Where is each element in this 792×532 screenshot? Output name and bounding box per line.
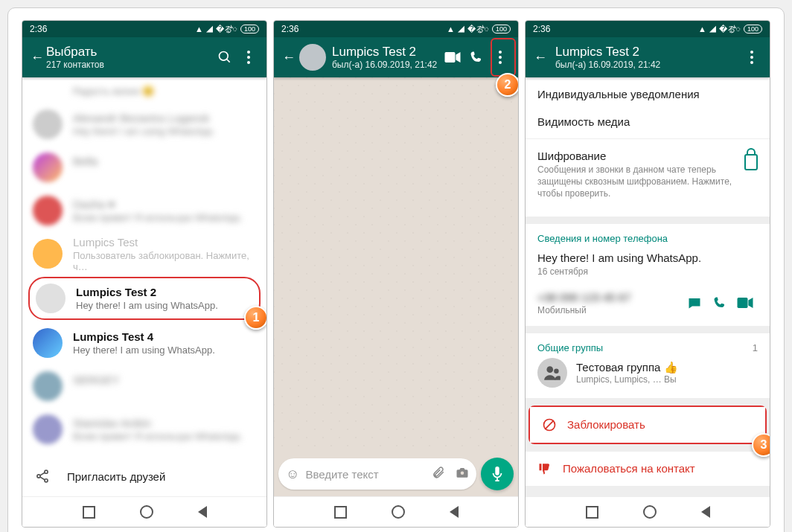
contact-name: Lumpics Test [73, 236, 256, 249]
svg-rect-10 [738, 298, 748, 308]
back-button[interactable]: ← [280, 50, 298, 65]
contact-name: Lumpics Test 4 [73, 330, 256, 343]
contact-row-blur-1[interactable]: Alexandr Bezavtra LuganskHey there! I am… [22, 103, 266, 146]
contact-avatar[interactable] [299, 44, 326, 71]
chat-input-bar: ☺ Введите текст [274, 453, 518, 496]
block-contact-button[interactable]: Заблокировать [530, 407, 765, 443]
invite-label: Пригласить друзей [67, 470, 165, 483]
invite-friends[interactable]: Пригласить друзей [22, 460, 266, 493]
encryption-row[interactable]: Шифрование Сообщения и звонки в данном ч… [537, 142, 758, 208]
back-button[interactable]: ← [28, 50, 46, 65]
message-input[interactable]: ☺ Введите текст [278, 458, 476, 490]
contact-lumpics-test[interactable]: Lumpics Test Пользователь заблокирован. … [22, 232, 266, 275]
header-title-block[interactable]: Lumpics Test 2 был(-а) 16.09.2019, 21:42 [332, 45, 441, 71]
about-section-title: Сведения и номер телефона [537, 233, 758, 244]
recents-button[interactable] [334, 506, 347, 519]
phone-type: Мобильный [537, 305, 682, 315]
svg-line-14 [545, 420, 554, 429]
status-time: 2:36 [533, 24, 550, 34]
contact-name: Lumpics Test 2 [332, 45, 441, 60]
step-badge-2: 2 [496, 73, 519, 97]
contact-row-blur-5[interactable]: Stanislav AnikinВсем привет! Я использую… [22, 408, 266, 451]
contact-row-blur-2[interactable]: Bella [22, 146, 266, 189]
lock-icon [744, 150, 758, 170]
more-menu-icon[interactable] [237, 51, 261, 64]
phone-3: 2:36 ▲ ◢ �るྂ 100 ← Lumpics Test 2 был(-а… [525, 20, 770, 528]
phone-1: 2:36 ▲ ◢ �るྂ 100 ← Выбрать 217 контактов… [22, 20, 267, 528]
step-badge-3: 3 [752, 433, 770, 457]
contact-row-blur-3[interactable]: Dasha ♥Всем привет! Я использую WhatsApp… [22, 189, 266, 232]
header-title: Выбрать [46, 45, 213, 60]
emoji-icon[interactable]: ☺ [286, 467, 299, 482]
battery-icon: 100 [744, 25, 762, 33]
group-members: Lumpics, Lumpics, … Вы [576, 374, 758, 385]
video-icon[interactable] [732, 298, 758, 308]
camera-icon[interactable] [456, 466, 469, 482]
home-button[interactable] [643, 505, 657, 519]
svg-line-5 [40, 472, 45, 475]
report-contact-button[interactable]: Пожаловаться на контакт [526, 452, 770, 486]
wifi-icon: ▲ ◢ �るྂ [195, 24, 237, 35]
header-subtitle: 217 контактов [46, 60, 213, 70]
contact-info-body[interactable]: Индивидуальные уведомления Видимость мед… [526, 77, 770, 496]
back-nav-button[interactable] [198, 506, 207, 518]
about-row[interactable]: Hey there! I am using WhatsApp. 16 сентя… [537, 249, 758, 285]
contact-row-blur-4[interactable]: SERGEY [22, 365, 266, 408]
chat-messages-area[interactable] [274, 77, 518, 453]
custom-notifications-row[interactable]: Индивидуальные уведомления [537, 80, 758, 108]
row-title: Индивидуальные уведомления [537, 88, 758, 100]
battery-icon: 100 [240, 25, 259, 33]
phone-number-row[interactable]: +38 099 123 45 67 Мобильный [537, 285, 758, 317]
attach-icon[interactable] [432, 466, 445, 482]
media-visibility-row[interactable]: Видимость медиа [537, 108, 758, 135]
voice-record-button[interactable] [481, 458, 514, 490]
more-menu-icon[interactable] [740, 51, 764, 64]
share-icon [34, 469, 51, 484]
contact-name-title: Lumpics Test 2 [555, 45, 740, 60]
contact-lumpics-test-2[interactable]: Lumpics Test 2 Hey there! I am using Wha… [28, 277, 261, 320]
group-row[interactable]: Тестовая группа 👍 Lumpics, Lumpics, … Вы [537, 353, 758, 389]
recents-button[interactable] [586, 506, 598, 519]
video-call-icon[interactable] [441, 52, 464, 63]
svg-point-12 [554, 368, 559, 374]
home-button[interactable] [140, 505, 153, 519]
group-avatar [537, 358, 567, 388]
block-label: Заблокировать [567, 418, 645, 431]
message-icon[interactable] [682, 296, 707, 310]
status-icons: ▲ ◢ �るྂ 100 [195, 24, 259, 35]
row-title: Видимость медиа [537, 115, 758, 128]
recents-button[interactable] [83, 506, 95, 519]
status-bar: 2:36 ▲ ◢ �るྂ 100 [526, 21, 770, 37]
chat-header[interactable]: ← Lumpics Test 2 был(-а) 16.09.2019, 21:… [274, 37, 518, 77]
back-button[interactable]: ← [531, 50, 549, 65]
back-nav-button[interactable] [701, 506, 710, 518]
android-nav [274, 496, 518, 527]
encryption-subtitle: Сообщения и звонки в данном чате теперь … [537, 164, 735, 200]
contact-status: Hey there! I am using WhatsApp. [76, 300, 253, 311]
back-nav-button[interactable] [450, 506, 459, 518]
svg-rect-9 [495, 467, 499, 475]
voice-call-icon[interactable] [464, 51, 488, 64]
search-icon[interactable] [213, 50, 237, 65]
contact-status: Hey there! I am using WhatsApp. [73, 344, 256, 356]
home-button[interactable] [392, 505, 405, 519]
annotation-highlight-dots [491, 38, 516, 77]
svg-point-0 [220, 52, 229, 61]
contact-lumpics-test-4[interactable]: Lumpics Test 4 Hey there! I am using Wha… [22, 321, 266, 365]
group-name: Тестовая группа 👍 [576, 361, 758, 374]
contact-row-cut[interactable]: Радость жизни 😊 [22, 77, 266, 103]
thumbs-down-icon [537, 462, 552, 475]
call-icon[interactable] [707, 296, 732, 310]
phone-number: +38 099 123 45 67 [537, 291, 682, 304]
last-seen: был(-а) 16.09.2019, 21:42 [332, 60, 441, 70]
about-text: Hey there! I am using WhatsApp. [537, 251, 758, 264]
header-title-block: Lumpics Test 2 был(-а) 16.09.2019, 21:42 [555, 45, 740, 71]
block-icon [542, 417, 557, 432]
report-label: Пожаловаться на контакт [563, 462, 695, 475]
contacts-list[interactable]: Радость жизни 😊 Alexandr Bezavtra Lugans… [22, 77, 266, 496]
encryption-title: Шифрование [537, 150, 735, 162]
android-nav [22, 496, 266, 527]
contact-name: Lumpics Test 2 [76, 286, 253, 298]
about-date: 16 сентября [537, 266, 758, 278]
input-placeholder: Введите текст [305, 468, 378, 481]
